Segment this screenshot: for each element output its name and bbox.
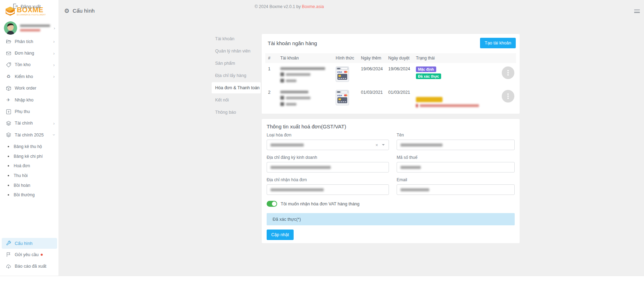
bank-accounts-card: Tài khoản ngân hàng Tạo tài khoản # Tài … — [262, 34, 520, 114]
sidebar-item-don-hang[interactable]: Đơn hàng › — [0, 47, 59, 59]
settings-nav-quan-ly-nhan-vien[interactable]: Quản lý nhân viên — [212, 45, 261, 57]
logout-button[interactable]: Đăng xuất — [13, 3, 41, 10]
chevron-right-icon: › — [53, 39, 55, 44]
status-cell-redacted — [416, 90, 479, 107]
chevron-right-icon: › — [53, 74, 55, 79]
verified-notice: Đã xác thực(*) — [267, 213, 515, 225]
label-email: Email — [397, 177, 515, 182]
table-row: 1 VISA — [265, 63, 516, 86]
date-added: 01/03/2021 — [361, 90, 388, 95]
status-badge-default: Mặc định — [416, 66, 436, 72]
row-actions-button[interactable] — [502, 66, 514, 79]
col-index: # — [268, 56, 280, 61]
account-cell-redacted — [280, 66, 336, 83]
clear-icon[interactable]: × — [375, 142, 378, 148]
col-date-approved: Ngày duyệt — [388, 56, 416, 61]
label-registered-address: Địa chỉ đăng ký kinh doanh — [267, 155, 389, 160]
date-approved: 19/06/2024 — [388, 66, 416, 71]
user-name-redacted — [20, 24, 50, 31]
name-input[interactable] — [397, 140, 515, 150]
account-cell-redacted — [280, 90, 336, 106]
bullet-icon — [8, 165, 9, 167]
sidebar-bottom-group: Cấu hình Gửi yêu cầu Báo cáo đã xuất — [0, 238, 59, 272]
sidebar-item-kiem-kho[interactable]: ♻ Kiểm kho › — [0, 71, 59, 82]
registered-address-input[interactable] — [267, 162, 389, 172]
brand-tagline: ECOMMERCE FULFILLMENT — [17, 14, 46, 16]
row-index: 1 — [268, 66, 280, 71]
plane-icon: ✈ — [6, 97, 11, 103]
date-added: 19/06/2024 — [361, 66, 388, 71]
flag-icon — [6, 252, 11, 258]
settings-nav-san-pham[interactable]: Sản phẩm — [212, 58, 261, 69]
sidebar-subitem-boi-thuong[interactable]: Bồi thường — [0, 190, 59, 200]
sidebar-item-cau-hinh[interactable]: Cấu hình — [2, 238, 57, 249]
sidebar-item-work-order[interactable]: Work order — [0, 83, 59, 94]
svg-text:VISA: VISA — [337, 94, 342, 97]
col-date-added: Ngày thêm — [361, 56, 388, 61]
layers-icon — [6, 120, 11, 126]
label-name: Tên — [397, 133, 515, 138]
email-input[interactable] — [397, 184, 515, 195]
user-account-row[interactable]: › — [0, 20, 59, 36]
sidebar-item-bao-cao-da-xuat[interactable]: Báo cáo đã xuất — [0, 260, 59, 272]
create-account-button[interactable]: Tạo tài khoản — [480, 38, 516, 48]
wrench-icon — [6, 241, 11, 246]
bank-card-title: Tài khoản ngân hàng — [268, 40, 317, 46]
sidebar-submenu-finance: Bảng kê thu hộ Bảng kê chi phí Hoá đơn T… — [0, 142, 59, 200]
bullet-icon — [8, 156, 9, 157]
bullet-icon — [8, 146, 9, 147]
sidebar-subitem-boi-hoan[interactable]: Bồi hoàn — [0, 181, 59, 190]
caret-down-icon[interactable] — [382, 144, 385, 146]
sidebar-item-nhap-kho[interactable]: ✈ Nhập kho — [0, 94, 59, 106]
tax-code-input[interactable] — [397, 162, 515, 172]
invoice-address-input[interactable] — [267, 184, 389, 195]
invoice-info-card: Thông tin xuất hoá đơn(GST/VAT) Loại hóa… — [262, 119, 520, 243]
table-row: 2 VISA — [265, 86, 516, 111]
settings-nav-ket-noi[interactable]: Kết nối — [212, 94, 261, 106]
chevron-right-icon: › — [54, 26, 55, 31]
tag-icon — [6, 62, 11, 68]
folder-icon — [6, 39, 11, 44]
status-cell: Mặc định Đã xác thực — [416, 66, 479, 79]
sidebar-item-phan-tich[interactable]: Phân tích › — [0, 36, 59, 47]
settings-nav-thong-bao[interactable]: Thông báo — [212, 107, 261, 118]
row-actions-button[interactable] — [502, 90, 514, 103]
update-button[interactable]: Cập nhật — [267, 230, 294, 240]
monthly-vat-toggle[interactable] — [267, 201, 277, 207]
row-index: 2 — [268, 90, 280, 95]
sidebar-subitem-hoa-don[interactable]: Hoá đơn — [0, 161, 59, 171]
cloud-download-icon — [6, 263, 11, 269]
sidebar-subitem-bang-ke-thu-ho[interactable]: Bảng kê thu hộ — [0, 142, 59, 151]
hamburger-menu-icon[interactable] — [634, 8, 640, 14]
box-icon — [6, 85, 11, 91]
notification-dot — [41, 254, 43, 256]
label-invoice-type: Loại hóa đơn — [267, 133, 389, 138]
plus-square-icon — [6, 109, 11, 114]
status-badge-verified: Đã xác thực — [416, 73, 441, 79]
settings-nav-hoa-don-thanh-toan[interactable]: Hóa đơn & Thanh toán — [212, 82, 261, 93]
top-bar — [0, 0, 644, 23]
recycle-icon: ♻ — [6, 74, 11, 79]
sidebar-item-phu-thu[interactable]: Phụ thu — [0, 106, 59, 117]
sidebar-subitem-thu-hoi[interactable]: Thu hồi — [0, 171, 59, 181]
sidebar-item-ton-kho[interactable]: Tồn kho › — [0, 59, 59, 71]
sidebar-item-gui-yeu-cau[interactable]: Gửi yêu cầu — [0, 249, 59, 260]
svg-text:VISA: VISA — [337, 71, 342, 73]
sidebar-item-tai-chinh[interactable]: Tài chính › — [0, 118, 59, 129]
col-account: Tài khoản — [280, 56, 336, 61]
bullet-icon — [8, 175, 9, 176]
bullet-icon — [8, 194, 9, 196]
invoice-type-select[interactable]: × — [267, 140, 389, 150]
col-status: Trạng thái — [416, 56, 479, 61]
copyright-text: © 2024 Boxme v2.0.1 by Boxme.asia — [59, 4, 520, 9]
chevron-right-icon: › — [53, 62, 55, 68]
sidebar-item-tai-chinh-2025[interactable]: Tài chính 2025 › — [0, 129, 59, 141]
label-tax-code: Mã số thuế — [397, 155, 515, 160]
boxme-asia-link[interactable]: Boxme.asia — [302, 4, 324, 9]
date-approved: 01/03/2021 — [388, 90, 416, 95]
settings-nav-tai-khoan[interactable]: Tài khoản — [212, 33, 261, 44]
bullet-icon — [8, 185, 9, 186]
sidebar-subitem-bang-ke-chi-phi[interactable]: Bảng kê chi phí — [0, 151, 59, 161]
settings-nav-dia-chi-lay-hang[interactable]: Địa chỉ lấy hàng — [212, 70, 261, 81]
bank-accounts-table: # Tài khoản Hình thức Ngày thêm Ngày duy… — [265, 53, 516, 111]
